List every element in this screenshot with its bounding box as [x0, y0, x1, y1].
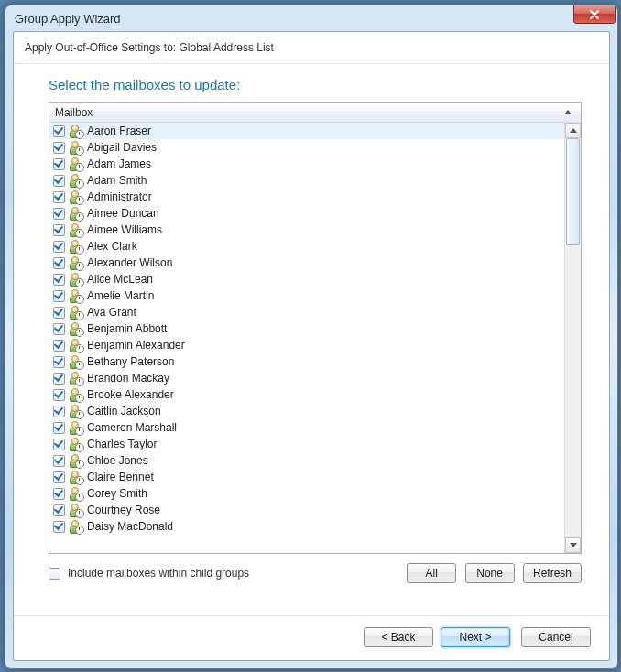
scroll-track[interactable] [565, 138, 581, 537]
next-button[interactable]: Next > [441, 627, 510, 647]
mailbox-checkbox[interactable] [53, 356, 65, 368]
table-row[interactable]: Benjamin Abbott [49, 320, 564, 337]
mailbox-user-icon [69, 206, 83, 221]
mailbox-checkbox[interactable] [53, 422, 65, 434]
table-row[interactable]: Caitlin Jackson [49, 403, 564, 419]
close-icon [589, 10, 600, 19]
table-row[interactable]: Brooke Alexander [49, 386, 564, 403]
table-row[interactable]: Claire Bennet [49, 469, 564, 485]
mailbox-name: Aimee Duncan [87, 207, 159, 220]
table-row[interactable]: Aaron Fraser [49, 123, 564, 139]
table-row[interactable]: Adam Smith [49, 172, 564, 189]
mailbox-checkbox[interactable] [53, 488, 65, 500]
mailbox-checkbox[interactable] [53, 439, 65, 450]
table-row[interactable]: Benjamin Alexander [49, 337, 564, 353]
list-body[interactable]: Aaron FraserAbigail DaviesAdam JamesAdam… [49, 123, 564, 553]
table-row[interactable]: Courtney Rose [49, 502, 564, 518]
mailbox-user-icon [69, 338, 83, 352]
mailbox-user-icon [69, 453, 83, 468]
mailbox-user-icon [69, 486, 83, 501]
mailbox-user-icon [69, 437, 83, 451]
scroll-thumb[interactable] [566, 138, 580, 245]
table-row[interactable]: Amelie Martin [49, 287, 564, 304]
mailbox-checkbox[interactable] [53, 125, 65, 137]
table-row[interactable]: Charles Taylor [49, 436, 564, 452]
mailbox-checkbox[interactable] [53, 224, 65, 236]
mailbox-name: Adam James [87, 157, 151, 170]
table-row[interactable]: Administrator [49, 189, 564, 205]
wizard-subheader: Apply Out-of-Office Settings to: Global … [14, 32, 609, 64]
mailbox-checkbox[interactable] [53, 208, 65, 220]
mailbox-user-icon [69, 371, 83, 385]
mailbox-checkbox[interactable] [53, 340, 65, 352]
mailbox-name: Administrator [87, 190, 152, 203]
mailbox-checkbox[interactable] [53, 290, 65, 302]
table-row[interactable]: Corey Smith [49, 485, 564, 502]
vertical-scrollbar[interactable] [564, 123, 581, 553]
table-row[interactable]: Bethany Paterson [49, 353, 564, 370]
under-list-row: Include mailboxes within child groups Al… [49, 563, 582, 583]
mailbox-user-icon [69, 387, 83, 402]
table-row[interactable]: Cameron Marshall [49, 419, 564, 436]
mailbox-checkbox[interactable] [53, 323, 65, 335]
include-child-groups-checkbox[interactable] [49, 568, 60, 580]
mailbox-checkbox[interactable] [53, 274, 65, 286]
table-row[interactable]: Brandon Mackay [49, 370, 564, 386]
mailbox-checkbox[interactable] [53, 307, 65, 319]
mailbox-checkbox[interactable] [53, 241, 65, 253]
include-child-groups-label: Include mailboxes within child groups [68, 567, 249, 580]
mailbox-checkbox[interactable] [53, 175, 65, 187]
table-row[interactable]: Daisy MacDonald [49, 518, 564, 535]
mailbox-user-icon [69, 519, 83, 534]
mailbox-checkbox[interactable] [53, 504, 65, 516]
mailbox-checkbox[interactable] [53, 158, 65, 170]
mailbox-user-icon [69, 157, 83, 171]
scroll-down-button[interactable] [565, 537, 581, 553]
mailbox-checkbox[interactable] [53, 471, 65, 483]
mailbox-checkbox[interactable] [53, 406, 65, 417]
sort-ascending-icon [564, 110, 572, 114]
mailbox-checkbox[interactable] [53, 455, 65, 467]
mailbox-checkbox[interactable] [53, 373, 65, 385]
table-row[interactable]: Abigail Davies [49, 139, 564, 156]
mailbox-checkbox[interactable] [53, 142, 65, 154]
mailbox-name: Claire Bennet [87, 471, 154, 483]
section-title: Select the mailboxes to update: [49, 77, 582, 92]
mailbox-checkbox[interactable] [53, 257, 65, 269]
table-row[interactable]: Alex Clark [49, 238, 564, 255]
mailbox-user-icon [69, 420, 83, 435]
mailbox-user-icon [69, 272, 83, 287]
select-all-button[interactable]: All [407, 563, 456, 583]
cancel-button[interactable]: Cancel [521, 627, 591, 647]
table-row[interactable]: Alexander Wilson [49, 255, 564, 271]
mailbox-user-icon [69, 124, 83, 138]
back-button[interactable]: < Back [364, 627, 433, 647]
mailbox-name: Amelie Martin [87, 289, 154, 302]
table-row[interactable]: Alice McLean [49, 271, 564, 287]
table-row[interactable]: Adam James [49, 156, 564, 172]
mailbox-name: Caitlin Jackson [87, 405, 161, 417]
scroll-up-button[interactable] [565, 123, 581, 138]
mailbox-name: Daisy MacDonald [87, 520, 173, 533]
mailbox-checkbox[interactable] [53, 521, 65, 533]
mailbox-name: Adam Smith [87, 174, 147, 187]
refresh-button[interactable]: Refresh [523, 563, 582, 583]
select-none-button[interactable]: None [465, 563, 515, 583]
wizard-window: Group Apply Wizard Apply Out-of-Office S… [5, 5, 618, 669]
window-title: Group Apply Wizard [15, 12, 573, 26]
mailbox-name: Benjamin Alexander [87, 339, 185, 352]
mailbox-user-icon [69, 354, 83, 369]
table-row[interactable]: Ava Grant [49, 304, 564, 320]
list-header[interactable]: Mailbox [49, 103, 581, 123]
mailbox-checkbox[interactable] [53, 191, 65, 203]
mailbox-user-icon [69, 305, 83, 320]
table-row[interactable]: Chloe Jones [49, 452, 564, 469]
mailbox-name: Abigail Davies [87, 141, 157, 154]
table-row[interactable]: Aimee Duncan [49, 205, 564, 222]
mailbox-user-icon [69, 173, 83, 188]
wizard-nav: < Back Next > Cancel [14, 615, 609, 660]
mailbox-user-icon [69, 222, 83, 237]
mailbox-checkbox[interactable] [53, 389, 65, 401]
close-button[interactable] [573, 5, 616, 24]
table-row[interactable]: Aimee Williams [49, 222, 564, 238]
